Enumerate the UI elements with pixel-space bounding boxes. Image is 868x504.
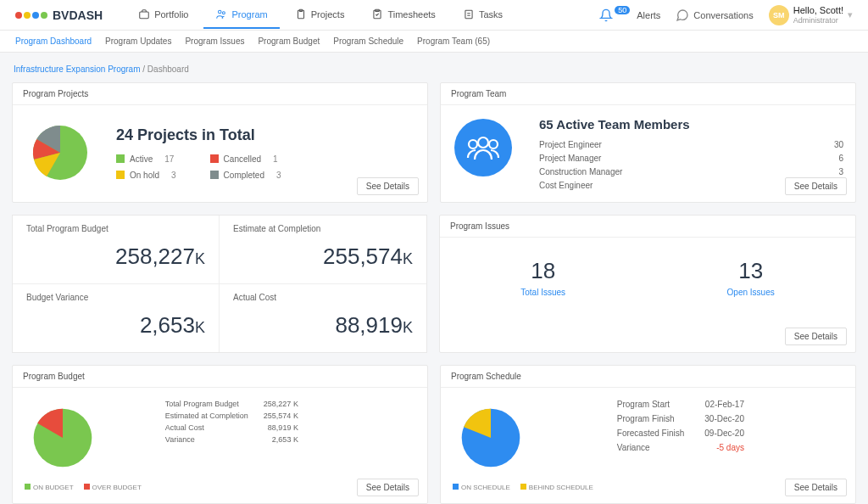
breadcrumb-tail: / Dashboard bbox=[141, 64, 189, 74]
nav-projects[interactable]: Projects bbox=[283, 2, 357, 29]
user-role: Administrator bbox=[793, 16, 843, 25]
alerts-button[interactable]: 50 Alerts bbox=[599, 8, 660, 22]
briefcase-icon bbox=[138, 8, 150, 20]
conversations-button[interactable]: Conversations bbox=[676, 8, 753, 22]
user-menu[interactable]: SM Hello, Scott! Administrator ▾ bbox=[769, 5, 853, 25]
card-title: Program Budget bbox=[13, 366, 427, 388]
legend-item: On hold3 bbox=[116, 171, 176, 180]
subnav-item[interactable]: Program Issues bbox=[185, 36, 244, 46]
projects-pie-icon bbox=[25, 117, 96, 188]
stat-cell: Actual Cost88,919K bbox=[220, 284, 426, 352]
legend-over-budget: OVER BUDGET bbox=[92, 484, 142, 491]
schedule-row: Program Start02-Feb-17 bbox=[617, 400, 744, 409]
legend-behind-schedule: BEHIND SCHEDULE bbox=[529, 484, 593, 491]
alerts-badge: 50 bbox=[615, 6, 630, 14]
svg-point-2 bbox=[223, 11, 225, 14]
subnav-item[interactable]: Program Dashboard bbox=[15, 36, 92, 46]
card-title: Program Schedule bbox=[441, 366, 855, 388]
stat-cell: Total Program Budget258,227K bbox=[13, 216, 220, 284]
nav-program[interactable]: Program bbox=[203, 2, 279, 29]
svg-rect-7 bbox=[465, 10, 472, 18]
breadcrumb-link[interactable]: Infrastructure Expansion Program bbox=[14, 64, 141, 74]
nav-timesheets[interactable]: Timesheets bbox=[359, 2, 447, 29]
top-navbar: BVDASH PortfolioProgramProjectsTimesheet… bbox=[0, 0, 868, 31]
budget-stats-grid: Total Program Budget258,227KEstimate at … bbox=[12, 215, 427, 353]
bell-icon bbox=[599, 8, 613, 22]
card-program-team: Program Team 65 Active Team Members Proj… bbox=[440, 82, 856, 203]
team-role-row: Project Engineer30 bbox=[539, 140, 843, 149]
budget-row: Variance2,653 K bbox=[165, 435, 298, 444]
card-program-issues: Program Issues 18 Total Issues 13 Open I… bbox=[439, 215, 856, 353]
team-role-row: Project Manager6 bbox=[539, 154, 843, 163]
subnav-item[interactable]: Program Team (65) bbox=[417, 36, 490, 46]
legend-on-budget: ON BUDGET bbox=[33, 484, 74, 491]
nav-portfolio[interactable]: Portfolio bbox=[126, 2, 200, 29]
budget-pie-icon bbox=[25, 400, 101, 476]
card-program-budget: Program Budget ON BUDGET OVER BUDGET Tot… bbox=[12, 365, 428, 504]
legend-item: Cancelled1 bbox=[210, 154, 281, 164]
card-title: Program Issues bbox=[440, 216, 855, 238]
brand-logo[interactable]: BVDASH bbox=[15, 8, 103, 22]
card-program-projects: Program Projects 24 Projects in Total Ac… bbox=[12, 82, 428, 203]
main-nav: PortfolioProgramProjectsTimesheetsTasks bbox=[126, 2, 515, 29]
conversations-label: Conversations bbox=[693, 10, 753, 20]
chat-icon bbox=[676, 8, 689, 22]
legend-item: Active17 bbox=[116, 154, 176, 164]
team-icon bbox=[453, 117, 514, 178]
card-title: Program Team bbox=[441, 83, 855, 105]
tasks-icon bbox=[463, 8, 475, 20]
brand-text: BVDASH bbox=[53, 8, 103, 22]
see-details-button[interactable]: See Details bbox=[785, 177, 847, 195]
time-icon bbox=[371, 8, 383, 20]
subnav-item[interactable]: Program Updates bbox=[105, 36, 171, 46]
team-headline: 65 Active Team Members bbox=[539, 117, 843, 132]
subnav-item[interactable]: Program Schedule bbox=[333, 36, 403, 46]
user-greeting: Hello, Scott! bbox=[793, 5, 843, 16]
open-issues-count: 13 bbox=[727, 258, 775, 284]
budget-row: Total Program Budget258,227 K bbox=[165, 400, 298, 408]
stat-cell: Estimate at Completion255,574K bbox=[220, 216, 426, 284]
people-icon bbox=[215, 8, 227, 20]
nav-tasks[interactable]: Tasks bbox=[451, 2, 515, 29]
clipboard-icon bbox=[295, 8, 307, 20]
open-issues-label[interactable]: Open Issues bbox=[727, 288, 775, 297]
stat-cell: Budget Variance2,653K bbox=[13, 284, 220, 352]
total-issues-count: 18 bbox=[520, 258, 565, 284]
alerts-label: Alerts bbox=[637, 10, 660, 20]
card-program-schedule: Program Schedule ON SCHEDULE BEHIND SCHE… bbox=[440, 365, 856, 504]
sub-nav: Program DashboardProgram UpdatesProgram … bbox=[0, 31, 868, 53]
total-issues-label[interactable]: Total Issues bbox=[520, 288, 565, 297]
schedule-row: Program Finish30-Dec-20 bbox=[617, 414, 744, 423]
projects-headline: 24 Projects in Total bbox=[116, 126, 415, 144]
breadcrumb: Infrastructure Expansion Program / Dashb… bbox=[12, 61, 856, 82]
subnav-item[interactable]: Program Budget bbox=[258, 36, 320, 46]
svg-point-1 bbox=[219, 10, 222, 14]
budget-row: Estimated at Completion255,574 K bbox=[165, 412, 298, 420]
legend-on-schedule: ON SCHEDULE bbox=[461, 484, 510, 491]
card-title: Program Projects bbox=[13, 83, 427, 105]
logo-icon bbox=[15, 12, 47, 19]
see-details-button[interactable]: See Details bbox=[785, 479, 847, 496]
see-details-button[interactable]: See Details bbox=[357, 177, 419, 195]
legend-item: Completed3 bbox=[210, 171, 281, 180]
see-details-button[interactable]: See Details bbox=[357, 479, 419, 496]
team-role-row: Construction Manager3 bbox=[539, 167, 843, 176]
avatar: SM bbox=[769, 5, 789, 25]
schedule-row: Variance-5 days bbox=[617, 443, 744, 452]
budget-row: Actual Cost88,919 K bbox=[165, 423, 298, 432]
schedule-row: Forecasted Finish09-Dec-20 bbox=[617, 428, 744, 438]
schedule-pie-icon bbox=[453, 400, 529, 476]
see-details-button[interactable]: See Details bbox=[785, 328, 847, 345]
svg-rect-0 bbox=[140, 12, 149, 19]
chevron-down-icon: ▾ bbox=[848, 9, 853, 20]
